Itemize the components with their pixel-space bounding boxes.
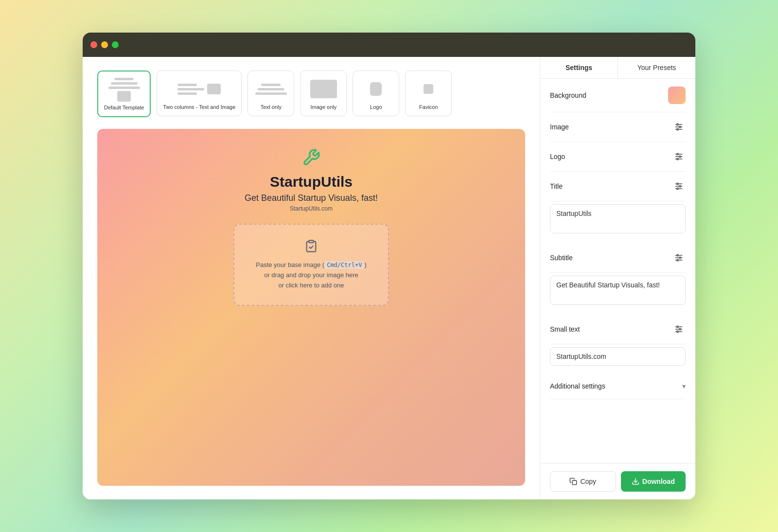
canvas-title: StartupUtils: [270, 174, 353, 190]
background-color-swatch[interactable]: [668, 87, 686, 104]
template-default[interactable]: Default Template: [97, 71, 151, 117]
template-thumb-logo: [359, 77, 393, 101]
thumb-line: [177, 92, 197, 95]
template-thumb-default: [107, 77, 141, 102]
template-image-only[interactable]: Image only: [300, 71, 347, 116]
paste-icon: [304, 239, 318, 256]
drop-zone-text: Paste your base image (Cmd/Ctrl+V) or dr…: [256, 260, 367, 290]
main-content: Default Template T: [83, 57, 695, 499]
svg-point-10: [677, 153, 678, 155]
image-control: [672, 120, 686, 134]
drop-zone[interactable]: Paste your base image (Cmd/Ctrl+V) or dr…: [233, 224, 389, 306]
copy-label: Copy: [580, 478, 596, 485]
title-control: [672, 179, 686, 193]
background-row: Background: [550, 79, 686, 112]
templates-row: Default Template T: [97, 71, 525, 117]
title-input[interactable]: [550, 204, 686, 233]
copy-icon: [569, 478, 577, 485]
image-settings-icon[interactable]: [672, 120, 686, 134]
subtitle-control: [672, 251, 686, 265]
small-text-control: [672, 322, 686, 336]
right-panel: Settings Your Presets Background Image: [540, 57, 695, 499]
small-text-settings-icon[interactable]: [672, 322, 686, 336]
template-label-image-only: Image only: [310, 104, 336, 110]
template-label-favicon: Favicon: [419, 104, 438, 110]
drop-zone-line3: or click here to add one: [278, 282, 344, 289]
close-button[interactable]: [90, 41, 97, 48]
svg-point-6: [677, 128, 678, 130]
download-icon: [632, 478, 639, 485]
thumb-line: [177, 88, 204, 90]
title-settings-icon[interactable]: [672, 179, 686, 193]
keyboard-shortcut: Cmd/Ctrl+V: [324, 261, 364, 269]
tab-settings[interactable]: Settings: [540, 57, 618, 78]
svg-point-16: [677, 183, 678, 184]
svg-point-30: [677, 331, 678, 332]
download-button[interactable]: Download: [621, 471, 686, 492]
thumb-line: [108, 87, 140, 89]
small-text-input-section: [550, 344, 686, 373]
thumb-line: [177, 84, 197, 86]
subtitle-settings-icon[interactable]: [672, 251, 686, 265]
svg-point-22: [677, 254, 678, 256]
thumb-line: [255, 92, 287, 95]
background-control: [668, 87, 686, 104]
small-text-row: Small text: [550, 315, 686, 344]
thumb-block: [424, 84, 433, 94]
settings-body: Background Image: [540, 79, 695, 463]
svg-point-5: [679, 126, 681, 127]
template-logo[interactable]: Logo: [353, 71, 399, 116]
thumb-block: [117, 91, 131, 102]
thumb-line: [114, 78, 134, 80]
canvas-wrench-icon: [302, 148, 320, 171]
thumb-block: [370, 82, 382, 96]
template-two-columns[interactable]: Two columns - Text and Image: [157, 71, 242, 116]
thumb-block: [310, 80, 337, 98]
template-favicon[interactable]: Favicon: [405, 71, 452, 116]
maximize-button[interactable]: [112, 41, 119, 48]
template-thumb-image-only: [306, 77, 340, 101]
svg-point-28: [677, 326, 678, 327]
title-row: Title: [550, 172, 686, 201]
canvas-subtitle: Get Beautiful Startup Visuals, fast!: [245, 193, 378, 203]
svg-rect-31: [572, 480, 577, 485]
svg-point-17: [679, 185, 681, 187]
logo-row: Logo: [550, 142, 686, 172]
svg-point-18: [677, 188, 678, 189]
thumb-line: [261, 84, 281, 86]
canvas-area[interactable]: StartupUtils Get Beautiful Startup Visua…: [97, 129, 525, 486]
settings-footer: Copy Download: [540, 463, 695, 499]
thumb-line: [111, 82, 138, 85]
tab-presets[interactable]: Your Presets: [618, 57, 695, 78]
additional-settings-label: Additional settings: [550, 382, 605, 390]
titlebar: [83, 33, 695, 57]
image-label: Image: [550, 123, 569, 131]
small-text-input[interactable]: [550, 347, 686, 366]
subtitle-input[interactable]: [550, 276, 686, 305]
download-label: Download: [642, 478, 675, 485]
left-panel: Default Template T: [83, 57, 540, 499]
logo-settings-icon[interactable]: [672, 150, 686, 163]
additional-settings-row[interactable]: Additional settings ▾: [550, 373, 686, 399]
svg-point-4: [677, 124, 678, 125]
logo-label: Logo: [550, 153, 565, 160]
copy-button[interactable]: Copy: [550, 471, 616, 492]
svg-point-29: [679, 328, 681, 330]
thumb-line: [258, 88, 284, 90]
title-input-section: [550, 201, 686, 243]
settings-tabs: Settings Your Presets: [540, 57, 695, 79]
app-window: Default Template T: [83, 33, 695, 499]
subtitle-input-section: [550, 273, 686, 315]
template-thumb-text-only: [254, 77, 288, 101]
template-label-logo: Logo: [370, 104, 382, 110]
background-label: Background: [550, 91, 586, 99]
thumb-col-text: [177, 84, 204, 95]
svg-point-24: [677, 259, 678, 261]
subtitle-label: Subtitle: [550, 254, 573, 262]
image-row: Image: [550, 112, 686, 142]
thumb-two-col: [177, 84, 221, 95]
minimize-button[interactable]: [101, 41, 108, 48]
logo-control: [672, 150, 686, 163]
svg-point-12: [677, 158, 678, 160]
template-text-only[interactable]: Text only: [248, 71, 294, 116]
